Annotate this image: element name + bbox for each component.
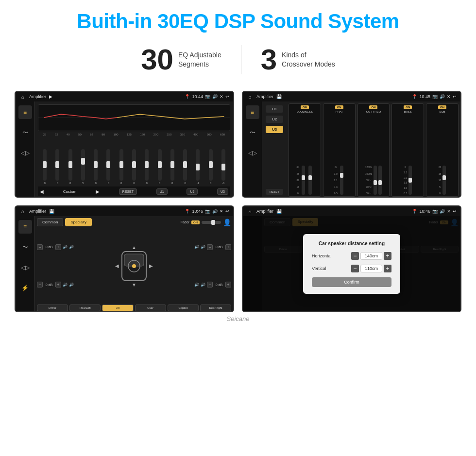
horizontal-minus[interactable]: − xyxy=(351,252,359,260)
s2-wave-icon[interactable]: 〜 xyxy=(246,126,259,139)
fr-plus[interactable]: + xyxy=(225,244,231,250)
fl-plus[interactable]: + xyxy=(55,244,61,250)
sub-module: ON SUB 20 15 10 5 0 xyxy=(426,103,459,197)
crossover-stat: 3 Kinds ofCrossover Modes xyxy=(261,43,335,76)
u2-btn[interactable]: U2 xyxy=(187,188,198,195)
screen4-distance: ⌂ Amplifier 💾 📍 10:46 📷 🔊 ✕ ↩ xyxy=(242,205,461,312)
s1-location-icon: 📍 xyxy=(185,94,190,99)
vertical-minus[interactable]: − xyxy=(351,265,359,272)
horizontal-label: Horizontal xyxy=(312,253,339,258)
eq-icon-active[interactable]: ≡ xyxy=(18,105,32,119)
cutfreq-on[interactable]: ON xyxy=(369,105,377,109)
rr-minus[interactable]: − xyxy=(207,282,213,287)
s3-app-label: Amplifier xyxy=(29,209,46,214)
bass-on[interactable]: ON xyxy=(404,105,412,109)
s2-vol-icon: 🔊 xyxy=(440,94,445,99)
s2-home-icon[interactable]: ⌂ xyxy=(247,93,254,100)
wave-icon[interactable]: 〜 xyxy=(18,126,32,139)
slider-col-1: 0 xyxy=(39,149,51,185)
rearleft-btn[interactable]: RearLeft xyxy=(69,304,101,311)
u1-btn[interactable]: U1 xyxy=(156,188,168,195)
s2-back-icon[interactable]: ↩ xyxy=(453,94,457,99)
reset-btn[interactable]: RESET xyxy=(119,188,137,195)
fader-on-badge[interactable]: ON xyxy=(191,220,200,224)
fl-minus[interactable]: − xyxy=(37,244,43,250)
next-icon[interactable]: ▶ xyxy=(96,189,100,194)
rl-minus[interactable]: − xyxy=(37,282,43,287)
cutfreq-title: CUT FREQ xyxy=(366,110,381,113)
s3-vol-icon: 🔊 xyxy=(212,209,218,214)
phat-on[interactable]: ON xyxy=(335,105,343,109)
s3-eq-icon[interactable]: ≡ xyxy=(18,220,32,234)
s1-back-icon[interactable]: ↩ xyxy=(225,94,229,99)
s2-camera-icon: 📷 xyxy=(432,94,438,99)
sub-on[interactable]: ON xyxy=(438,105,446,109)
rl-control: − 0 dB + 🔊 🔊 xyxy=(37,282,74,287)
rl-plus[interactable]: + xyxy=(55,282,61,287)
svg-text:▲: ▲ xyxy=(132,245,136,250)
u1-preset-btn[interactable]: U1 xyxy=(266,105,283,113)
reset-preset-btn[interactable]: RESET xyxy=(266,189,283,195)
distance-dialog: Car speaker distance setting Horizontal … xyxy=(243,216,460,311)
s3-camera-icon: 📷 xyxy=(205,209,210,214)
s3-bt-icon[interactable]: ⚡ xyxy=(18,281,32,295)
vertical-plus[interactable]: + xyxy=(384,265,391,272)
freq-labels: 2532405063 80100125160200 25032040050063… xyxy=(38,133,230,136)
slider-col-15: -1 xyxy=(218,149,229,185)
crossover-modules: ON LOUDNESS 64 48 32 16 0 xyxy=(289,103,459,197)
s3-vol-icon-panel[interactable]: ◁▷ xyxy=(18,261,32,274)
rr-plus[interactable]: + xyxy=(225,282,231,287)
rl-value: 0 dB xyxy=(44,283,54,287)
loudness-on[interactable]: ON xyxy=(301,105,309,109)
fl-value: 0 dB xyxy=(44,245,54,249)
slider-col-14: 0 xyxy=(204,149,216,185)
slider-col-8: 0 xyxy=(128,149,140,185)
s2-x-icon: ✕ xyxy=(447,94,451,99)
dialog-box: Car speaker distance setting Horizontal … xyxy=(303,234,400,294)
s2-eq-icon[interactable]: ≡ xyxy=(246,105,259,119)
fader-slider[interactable] xyxy=(202,221,221,224)
s3-time: 10:46 xyxy=(192,209,203,214)
slider-col-11: 0 xyxy=(167,149,178,185)
eq-stat: 30 EQ AdjustableSegments xyxy=(141,43,221,76)
specialty-tab[interactable]: Specialty xyxy=(65,218,91,226)
prev-icon[interactable]: ◀ xyxy=(40,189,44,194)
bass-title: BASS xyxy=(404,110,412,113)
u3-btn[interactable]: U3 xyxy=(217,188,228,195)
s4-home-icon[interactable]: ⌂ xyxy=(247,208,254,215)
s2-vol-icon[interactable]: ◁▷ xyxy=(246,146,259,160)
s4-camera-icon: 📷 xyxy=(432,209,438,214)
screen1-eq: ⌂ Amplifier ▶ 📍 10:44 📷 🔊 ✕ ↩ ≡ 〜 ◁▷ xyxy=(15,91,234,198)
user-btn[interactable]: User xyxy=(135,304,166,311)
fr-value: 0 dB xyxy=(214,245,224,249)
all-btn[interactable]: All xyxy=(102,304,133,311)
slider-col-6: 0 xyxy=(102,149,114,185)
slider-col-2: 0 xyxy=(51,149,63,185)
horizontal-plus[interactable]: + xyxy=(384,252,391,260)
s3-home-icon[interactable]: ⌂ xyxy=(19,208,26,215)
fr-minus[interactable]: − xyxy=(207,244,213,250)
home-icon[interactable]: ⌂ xyxy=(19,93,26,100)
stat-divider xyxy=(241,45,241,74)
s4-back-icon[interactable]: ↩ xyxy=(453,209,457,214)
u2-preset-btn[interactable]: U2 xyxy=(266,116,283,123)
confirm-button[interactable]: Confirm xyxy=(312,277,391,287)
driver-btn[interactable]: Driver xyxy=(37,304,68,311)
slider-col-7: 0 xyxy=(116,149,127,185)
rearright-btn[interactable]: RearRight xyxy=(200,304,231,311)
rr-control: 🔊 🔊 − 0 dB + xyxy=(194,282,231,287)
fr-control: 🔊 🔊 − 0 dB + xyxy=(194,244,231,250)
u3-preset-btn[interactable]: U3 xyxy=(266,126,283,133)
copilot-btn[interactable]: Copilot xyxy=(168,304,199,311)
common-tab[interactable]: Common xyxy=(37,218,63,226)
slider-col-13: -1 xyxy=(192,149,204,185)
rr-value: 0 dB xyxy=(214,283,224,287)
horizontal-field: Horizontal − 140cm + xyxy=(312,252,391,260)
preset-label: Custom xyxy=(63,189,77,194)
svg-point-5 xyxy=(132,264,136,268)
loudness-title: LOUDNESS xyxy=(297,110,313,113)
vol-icon-panel[interactable]: ◁▷ xyxy=(18,146,32,160)
s3-back-icon[interactable]: ↩ xyxy=(225,209,229,214)
vertical-label: Vertical xyxy=(312,266,339,271)
s3-wave-icon[interactable]: 〜 xyxy=(18,240,32,254)
